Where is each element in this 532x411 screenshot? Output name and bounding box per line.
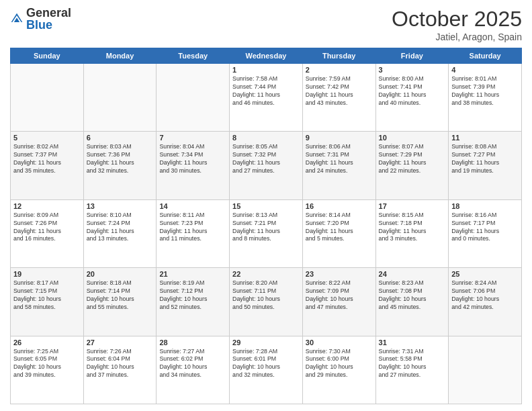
day-info: Sunrise: 8:15 AM Sunset: 7:18 PM Dayligh… [379,212,446,244]
calendar-body: 1Sunrise: 7:58 AM Sunset: 7:44 PM Daylig… [11,64,522,404]
table-cell: 8Sunrise: 8:05 AM Sunset: 7:32 PM Daylig… [230,132,303,199]
table-cell [449,336,522,404]
week-row-4: 19Sunrise: 8:17 AM Sunset: 7:15 PM Dayli… [11,268,522,336]
day-info: Sunrise: 7:58 AM Sunset: 7:44 PM Dayligh… [232,75,300,107]
table-cell [11,64,84,132]
day-info: Sunrise: 8:01 AM Sunset: 7:39 PM Dayligh… [451,75,519,107]
day-number: 13 [87,202,154,210]
table-cell: 23Sunrise: 8:22 AM Sunset: 7:09 PM Dayli… [302,268,375,336]
table-cell: 20Sunrise: 8:18 AM Sunset: 7:14 PM Dayli… [83,268,157,336]
table-cell [157,64,230,132]
logo-text: General Blue [26,7,71,31]
day-number: 26 [13,338,81,347]
day-info: Sunrise: 8:23 AM Sunset: 7:08 PM Dayligh… [379,279,446,312]
day-number: 2 [306,66,373,74]
header: General Blue October 2025 Jatiel, Aragon… [10,7,522,42]
day-number: 1 [232,66,300,74]
day-info: Sunrise: 8:05 AM Sunset: 7:32 PM Dayligh… [232,143,300,175]
day-info: Sunrise: 8:19 AM Sunset: 7:12 PM Dayligh… [159,279,226,312]
day-info: Sunrise: 8:04 AM Sunset: 7:34 PM Dayligh… [159,143,226,175]
day-info: Sunrise: 8:22 AM Sunset: 7:09 PM Dayligh… [306,279,373,312]
day-info: Sunrise: 8:10 AM Sunset: 7:24 PM Dayligh… [87,212,154,244]
weekday-wednesday: Wednesday [230,48,303,64]
table-cell: 3Sunrise: 8:00 AM Sunset: 7:41 PM Daylig… [375,64,449,132]
day-info: Sunrise: 7:25 AM Sunset: 6:05 PM Dayligh… [13,348,81,380]
day-number: 6 [87,134,154,142]
table-cell: 30Sunrise: 7:30 AM Sunset: 6:00 PM Dayli… [302,336,375,404]
day-number: 31 [379,338,446,347]
logo-icon [10,12,24,26]
day-info: Sunrise: 8:13 AM Sunset: 7:21 PM Dayligh… [232,212,300,244]
table-cell: 11Sunrise: 8:08 AM Sunset: 7:27 PM Dayli… [449,132,522,199]
table-cell: 1Sunrise: 7:58 AM Sunset: 7:44 PM Daylig… [230,64,303,132]
day-info: Sunrise: 7:59 AM Sunset: 7:42 PM Dayligh… [306,75,373,107]
table-cell: 6Sunrise: 8:03 AM Sunset: 7:36 PM Daylig… [83,132,157,199]
table-cell: 31Sunrise: 7:31 AM Sunset: 5:58 PM Dayli… [375,336,449,404]
day-info: Sunrise: 8:20 AM Sunset: 7:11 PM Dayligh… [232,279,300,312]
day-info: Sunrise: 7:27 AM Sunset: 6:02 PM Dayligh… [159,348,226,380]
day-number: 23 [306,270,373,278]
table-cell: 28Sunrise: 7:27 AM Sunset: 6:02 PM Dayli… [157,336,230,404]
location: Jatiel, Aragon, Spain [392,32,522,42]
day-info: Sunrise: 8:11 AM Sunset: 7:23 PM Dayligh… [159,212,226,244]
weekday-row: SundayMondayTuesdayWednesdayThursdayFrid… [11,48,522,64]
table-cell: 17Sunrise: 8:15 AM Sunset: 7:18 PM Dayli… [375,199,449,267]
day-info: Sunrise: 8:14 AM Sunset: 7:20 PM Dayligh… [306,212,373,244]
weekday-sunday: Sunday [11,48,84,64]
week-row-5: 26Sunrise: 7:25 AM Sunset: 6:05 PM Dayli… [11,336,522,404]
day-number: 10 [379,134,446,142]
day-info: Sunrise: 8:17 AM Sunset: 7:15 PM Dayligh… [13,279,81,312]
day-number: 3 [379,66,446,74]
day-number: 15 [232,202,300,210]
page: General Blue October 2025 Jatiel, Aragon… [0,0,532,411]
day-number: 14 [159,202,226,210]
logo-blue: Blue [26,19,71,31]
table-cell: 4Sunrise: 8:01 AM Sunset: 7:39 PM Daylig… [449,64,522,132]
title-block: October 2025 Jatiel, Aragon, Spain [392,7,522,42]
day-number: 29 [232,338,300,347]
day-number: 12 [13,202,81,210]
day-number: 21 [159,270,226,278]
table-cell: 26Sunrise: 7:25 AM Sunset: 6:05 PM Dayli… [11,336,84,404]
day-number: 24 [379,270,446,278]
table-cell: 13Sunrise: 8:10 AM Sunset: 7:24 PM Dayli… [83,199,157,267]
day-info: Sunrise: 8:18 AM Sunset: 7:14 PM Dayligh… [87,279,154,312]
day-number: 11 [451,134,519,142]
table-cell: 12Sunrise: 8:09 AM Sunset: 7:26 PM Dayli… [11,199,84,267]
table-cell: 18Sunrise: 8:16 AM Sunset: 7:17 PM Dayli… [449,199,522,267]
day-number: 25 [451,270,519,278]
table-cell: 24Sunrise: 8:23 AM Sunset: 7:08 PM Dayli… [375,268,449,336]
day-number: 17 [379,202,446,210]
day-number: 9 [306,134,373,142]
weekday-tuesday: Tuesday [157,48,230,64]
day-info: Sunrise: 8:09 AM Sunset: 7:26 PM Dayligh… [13,212,81,244]
week-row-1: 1Sunrise: 7:58 AM Sunset: 7:44 PM Daylig… [11,64,522,132]
weekday-friday: Friday [375,48,449,64]
day-info: Sunrise: 7:30 AM Sunset: 6:00 PM Dayligh… [306,348,373,380]
day-info: Sunrise: 7:26 AM Sunset: 6:04 PM Dayligh… [87,348,154,380]
table-cell: 21Sunrise: 8:19 AM Sunset: 7:12 PM Dayli… [157,268,230,336]
day-number: 27 [87,338,154,347]
day-number: 7 [159,134,226,142]
day-info: Sunrise: 8:24 AM Sunset: 7:06 PM Dayligh… [451,279,519,312]
day-number: 5 [13,134,81,142]
logo: General Blue [10,7,71,31]
weekday-thursday: Thursday [302,48,375,64]
logo-general: General [26,7,71,19]
day-info: Sunrise: 8:07 AM Sunset: 7:29 PM Dayligh… [379,143,446,175]
weekday-saturday: Saturday [449,48,522,64]
table-cell: 29Sunrise: 7:28 AM Sunset: 6:01 PM Dayli… [230,336,303,404]
day-number: 4 [451,66,519,74]
month-title: October 2025 [392,7,522,32]
table-cell: 15Sunrise: 8:13 AM Sunset: 7:21 PM Dayli… [230,199,303,267]
week-row-3: 12Sunrise: 8:09 AM Sunset: 7:26 PM Dayli… [11,199,522,267]
table-cell: 16Sunrise: 8:14 AM Sunset: 7:20 PM Dayli… [302,199,375,267]
day-number: 18 [451,202,519,210]
table-cell: 22Sunrise: 8:20 AM Sunset: 7:11 PM Dayli… [230,268,303,336]
day-info: Sunrise: 8:16 AM Sunset: 7:17 PM Dayligh… [451,212,519,244]
day-info: Sunrise: 7:31 AM Sunset: 5:58 PM Dayligh… [379,348,446,380]
table-cell: 5Sunrise: 8:02 AM Sunset: 7:37 PM Daylig… [11,132,84,199]
day-info: Sunrise: 8:06 AM Sunset: 7:31 PM Dayligh… [306,143,373,175]
day-info: Sunrise: 7:28 AM Sunset: 6:01 PM Dayligh… [232,348,300,380]
day-info: Sunrise: 8:03 AM Sunset: 7:36 PM Dayligh… [87,143,154,175]
